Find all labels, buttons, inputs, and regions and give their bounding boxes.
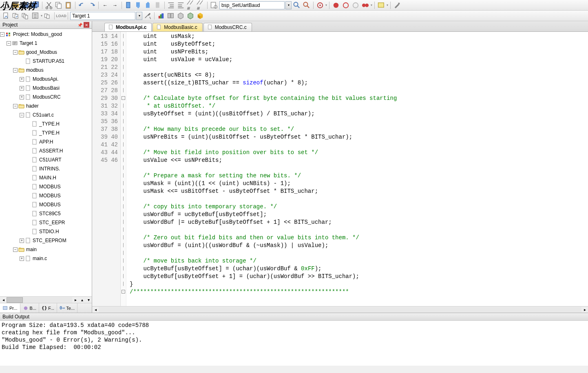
scroll-left-icon[interactable]: ◂ — [92, 307, 99, 312]
bookmark-icon[interactable] — [124, 1, 133, 10]
tree-file[interactable]: _TYPE.H — [0, 119, 92, 128]
dropdown-arrow-icon[interactable]: ▾ — [387, 3, 388, 7]
code-content[interactable]: uint usMask; uint usByteOffset; uint usN… — [126, 32, 588, 306]
panel-tab[interactable]: B... — [20, 303, 40, 313]
tree-file[interactable]: STC89C5 — [0, 209, 92, 218]
manage-rte-icon[interactable] — [196, 11, 205, 20]
find-in-files-icon[interactable] — [210, 1, 219, 10]
tree-file[interactable]: MODBUS — [0, 182, 92, 191]
tree-file[interactable]: C51UART — [0, 155, 92, 164]
editor-tab[interactable]: ModbusApi.c — [104, 23, 152, 31]
tree-toggle-icon[interactable]: − — [20, 113, 24, 117]
fold-toggle-icon[interactable]: - — [122, 290, 125, 294]
copy-icon[interactable] — [54, 1, 63, 10]
breakpoint-insert-icon[interactable] — [332, 1, 340, 10]
editor-tab[interactable]: ModbusCRC.c — [203, 23, 252, 31]
find-combo[interactable]: bsp_SetUartBaud — [219, 1, 285, 9]
tree-hscroll[interactable]: ◂ ▸ ▴ ▾ — [0, 296, 92, 303]
tree-toggle-icon[interactable]: + — [20, 77, 24, 82]
bookmark-prev-icon[interactable] — [134, 1, 143, 10]
save-icon[interactable] — [21, 1, 30, 10]
tree-file[interactable]: MODBUS — [0, 200, 92, 209]
tree-toggle-icon[interactable]: − — [13, 68, 18, 73]
scroll-left-icon[interactable]: ◂ — [0, 298, 7, 302]
tree-toggle-icon[interactable]: − — [13, 247, 18, 252]
configure-icon[interactable] — [393, 1, 402, 10]
window-icon[interactable] — [377, 1, 386, 10]
scroll-thumb[interactable] — [7, 297, 23, 303]
tree-file[interactable]: +ModbusApi. — [0, 75, 92, 84]
tree-file[interactable]: INTRINS. — [0, 164, 92, 173]
close-icon[interactable]: ✕ — [84, 22, 89, 28]
tree-file[interactable]: +STC_EEPROM — [0, 236, 92, 245]
tree-file[interactable]: −C51uart.c — [0, 110, 92, 119]
tree-file[interactable]: STC_EEPR — [0, 218, 92, 227]
panel-tab[interactable]: {}F... — [39, 303, 57, 313]
pack-install-icon[interactable] — [186, 11, 195, 20]
tree-file[interactable]: _TYPE.H — [0, 128, 92, 137]
paste-icon[interactable] — [64, 1, 73, 10]
indent-icon[interactable] — [167, 1, 176, 10]
fold-gutter[interactable]: ||||||||-||||||||||||||||||||||||- — [121, 32, 126, 306]
open-icon[interactable] — [11, 1, 20, 10]
nav-forward-icon[interactable]: → — [111, 1, 119, 10]
tree-file[interactable]: APP.H — [0, 137, 92, 146]
stop-build-icon[interactable] — [43, 11, 52, 20]
tree-file[interactable]: +ModbusBasi — [0, 84, 92, 93]
scroll-right-icon[interactable]: ▸ — [72, 298, 79, 302]
code-editor[interactable]: 13 14 15 16 17 18 19 20 21 22 23 24 25 2… — [92, 32, 588, 306]
scroll-down-icon[interactable]: ▾ — [85, 298, 92, 302]
tree-toggle-icon[interactable]: + — [20, 86, 24, 90]
pin-icon[interactable]: 📌 — [77, 22, 83, 28]
fold-toggle-icon[interactable]: - — [122, 96, 125, 100]
tree-toggle-icon[interactable]: + — [20, 238, 24, 243]
debug-icon[interactable] — [316, 1, 325, 10]
tree-group[interactable]: −hader — [0, 102, 92, 110]
tree-target[interactable]: −Target 1 — [0, 39, 92, 48]
tree-toggle-icon[interactable]: − — [13, 104, 18, 108]
select-pack-icon[interactable] — [176, 11, 185, 20]
dropdown-arrow-icon[interactable]: ▾ — [371, 3, 372, 7]
nav-back-icon[interactable]: ← — [101, 1, 110, 10]
tree-file[interactable]: +ModbusCRC — [0, 93, 92, 102]
undo-icon[interactable] — [77, 1, 86, 10]
outdent-icon[interactable] — [177, 1, 186, 10]
translate-icon[interactable] — [2, 11, 11, 20]
incremental-find-icon[interactable] — [302, 1, 311, 10]
tree-file[interactable]: STARTUP.A51 — [0, 57, 92, 66]
batch-build-icon[interactable] — [31, 11, 40, 20]
new-file-icon[interactable] — [2, 1, 11, 10]
tree-project-root[interactable]: −Project: Modbus_good — [0, 30, 92, 39]
find-icon[interactable] — [292, 1, 301, 10]
tree-toggle-icon[interactable]: + — [20, 256, 24, 261]
editor-hscroll[interactable]: ◂ ▸ — [92, 306, 588, 313]
comment-icon[interactable]: //≡ — [186, 1, 195, 10]
scroll-up-icon[interactable]: ▴ — [79, 298, 85, 302]
find-combo-dropdown[interactable]: ▾ — [285, 1, 292, 9]
tree-group[interactable]: −modbus — [0, 66, 92, 75]
breakpoint-disable-icon[interactable] — [351, 1, 360, 10]
target-combo[interactable]: Target 1 — [70, 12, 135, 20]
tree-toggle-icon[interactable]: − — [0, 32, 4, 37]
file-ext-icon[interactable] — [157, 11, 166, 20]
tree-group[interactable]: −main — [0, 245, 92, 254]
tree-file[interactable]: STDIO.H — [0, 227, 92, 236]
breakpoint-enable-icon[interactable] — [341, 1, 350, 10]
options-icon[interactable] — [143, 11, 152, 20]
build-output-content[interactable]: Program Size: data=193.5 xdata=40 code=5… — [0, 321, 588, 366]
target-dropdown[interactable]: ▾ — [136, 12, 142, 20]
panel-tab[interactable]: 0→Te... — [57, 303, 77, 313]
tree-toggle-icon[interactable]: + — [20, 95, 24, 99]
tree-file[interactable]: ASSERT.H — [0, 146, 92, 155]
dropdown-arrow-icon[interactable]: ▾ — [41, 14, 42, 18]
rebuild-icon[interactable] — [21, 11, 30, 20]
breakpoint-kill-icon[interactable] — [361, 1, 370, 10]
tree-toggle-icon[interactable]: − — [13, 50, 18, 55]
tree-file[interactable]: MODBUS — [0, 191, 92, 200]
build-icon[interactable] — [11, 11, 20, 20]
tree-group[interactable]: −good_Modbus — [0, 48, 92, 57]
panel-tab[interactable]: Pr... — [0, 303, 20, 313]
save-all-icon[interactable] — [31, 1, 40, 10]
cut-icon[interactable] — [44, 1, 53, 10]
editor-tab[interactable]: ModbusBasic.c — [153, 23, 202, 31]
